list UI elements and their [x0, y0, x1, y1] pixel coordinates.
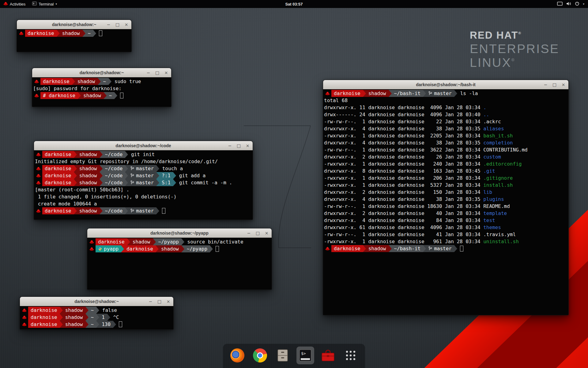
terminal-window-pyapp[interactable]: darknoise@shadow:~/pyapp − □ × darknoise…: [87, 228, 272, 290]
git-branch-icon: [130, 180, 134, 185]
terminal-cursor: [120, 93, 123, 98]
terminal-content[interactable]: darknoiseshadow~ sudo true[sudo] passwor…: [32, 77, 171, 107]
red-hat-icon: [324, 90, 331, 97]
clock[interactable]: Sat 03:57: [285, 2, 303, 6]
close-button[interactable]: ×: [124, 22, 129, 27]
window-titlebar[interactable]: darknoise@shadow:~/code − □ ×: [34, 141, 253, 151]
terminal-window-code[interactable]: darknoise@shadow:~/code − □ × darknoises…: [34, 141, 253, 220]
close-button[interactable]: ×: [166, 299, 171, 304]
prompt-segment-host: shadow: [77, 179, 100, 186]
powerline-separator-icon: [60, 314, 63, 321]
red-hat-icon: [21, 314, 28, 321]
terminal-text: uninstall.sh: [483, 238, 519, 245]
dock-item-toolbox[interactable]: [319, 347, 337, 364]
top-bar: Activities Terminal ▾ Sat 03:57 ▾: [0, 0, 588, 8]
terminal-window-sudo[interactable]: darknoise@shadow:~ − □ × darknoiseshadow…: [32, 68, 172, 107]
terminal-line: total 68: [324, 97, 568, 104]
window-title: darknoise@shadow:~/pyapp: [150, 231, 209, 236]
dock-item-firefox[interactable]: [228, 347, 246, 364]
maximize-button[interactable]: □: [255, 231, 260, 235]
close-button[interactable]: ×: [164, 71, 168, 75]
dock: $>: [223, 344, 365, 368]
powerline-separator-icon: [96, 307, 99, 314]
red-hat-logo-icon: [3, 2, 8, 6]
close-button[interactable]: ×: [245, 144, 250, 148]
powerline-separator-icon: [156, 179, 159, 186]
powerline-separator-icon: [389, 90, 392, 97]
maximize-button[interactable]: □: [155, 71, 160, 75]
terminal-line: darknoiseshadow~ false: [21, 307, 173, 314]
prompt-segment-host: shadow: [81, 92, 104, 99]
terminal-window-bash-it[interactable]: darknoise@shadow:~/bash-it − □ × darknoi…: [323, 80, 569, 315]
terminal-line: [master (root-commit) 50bcb63] .: [35, 186, 253, 193]
firefox-icon: [230, 348, 244, 362]
powerline-separator-icon: [74, 179, 77, 186]
minimize-button[interactable]: −: [148, 299, 153, 304]
system-status-menu[interactable]: ▾: [553, 0, 588, 8]
terminal-text: lib: [483, 189, 492, 196]
window-titlebar[interactable]: darknoise@shadow:~ − □ ×: [20, 297, 173, 306]
terminal-line: 1 file changed, 0 insertions(+), 0 delet…: [35, 193, 253, 200]
dock-item-apps[interactable]: [342, 347, 360, 364]
terminal-cursor: [216, 246, 219, 252]
prompt-segment-status: ?:1: [159, 172, 173, 179]
minimize-button[interactable]: −: [543, 82, 548, 87]
prompt-segment-path: ~: [101, 78, 109, 85]
terminal-line: -rwxrwxr-x. 1 darknoise darknoise 2205 J…: [324, 132, 568, 139]
minimize-button[interactable]: −: [146, 71, 151, 75]
minimize-button[interactable]: −: [247, 231, 251, 235]
terminal-text: README.md: [483, 203, 510, 210]
close-button[interactable]: ×: [561, 82, 566, 87]
powerline-separator-icon: [127, 238, 130, 245]
maximize-button[interactable]: □: [157, 299, 162, 304]
terminal-text: total 68: [324, 97, 348, 104]
maximize-button[interactable]: □: [236, 144, 241, 148]
window-title: darknoise@shadow:~: [74, 299, 119, 304]
terminal-text: aliases: [483, 125, 504, 132]
prompt-segment-git: master: [128, 179, 156, 186]
terminal-text: [master (root-commit) 50bcb63] .: [35, 186, 129, 193]
rhel-branding: RED HAT® ENTERPRISE LINUX®: [470, 30, 559, 69]
prompt-segment-path: ~/pyapp: [184, 245, 210, 252]
close-button[interactable]: ×: [264, 231, 269, 235]
terminal-line: darknoiseshadow~/bash-itmaster ls -la: [324, 90, 568, 97]
terminal-line: -rw-rw-r--. 1 darknoise darknoise 18630 …: [324, 203, 568, 210]
terminal-text: 1 file changed, 0 insertions(+), 0 delet…: [35, 193, 176, 200]
powerline-separator-icon: [74, 172, 77, 179]
window-titlebar[interactable]: darknoise@shadow:~ − □ ×: [17, 20, 131, 29]
dock-item-terminal[interactable]: $>: [296, 347, 314, 364]
window-titlebar[interactable]: darknoise@shadow:~/bash-it − □ ×: [323, 80, 568, 90]
red-hat-icon: [35, 172, 42, 179]
terminal-content[interactable]: darknoiseshadow~ falsedarknoiseshadow~1 …: [20, 306, 173, 329]
activities-button[interactable]: Activities: [0, 0, 29, 8]
terminal-window-home-1[interactable]: darknoise@shadow:~ − □ × darknoiseshadow…: [17, 20, 132, 52]
terminal-text: -rwxrwxr-x. 1 darknoise darknoise 2205 J…: [324, 132, 483, 139]
terminal-text: -rw-rw-r--. 1 darknoise darknoise 41 Jan…: [324, 231, 483, 238]
maximize-button[interactable]: □: [552, 82, 557, 87]
dock-item-files[interactable]: [274, 347, 292, 364]
powerline-separator-icon: [156, 165, 159, 172]
prompt-segment-host: shadow: [159, 245, 181, 252]
terminal-text: -rw-rw-r--. 1 darknoise darknoise 3622 J…: [324, 146, 483, 153]
maximize-button[interactable]: □: [115, 22, 120, 27]
terminal-window-home-2[interactable]: darknoise@shadow:~ − □ × darknoiseshadow…: [20, 297, 174, 330]
minimize-button[interactable]: −: [228, 144, 232, 148]
powerline-separator-icon: [454, 245, 457, 252]
terminal-content[interactable]: darknoiseshadow~/bash-itmaster ls -latot…: [323, 89, 568, 315]
python-icon: [98, 247, 102, 251]
window-titlebar[interactable]: darknoise@shadow:~ − □ ×: [32, 68, 171, 78]
terminal-content[interactable]: darknoiseshadow~/pyapp source bin/activa…: [87, 238, 272, 289]
powerline-separator-icon: [363, 90, 366, 97]
powerline-separator-icon: [389, 245, 392, 252]
terminal-content[interactable]: darknoiseshadow~: [17, 29, 131, 52]
dock-item-chrome[interactable]: [251, 347, 269, 364]
chevron-down-icon: ▾: [55, 2, 57, 6]
prompt-segment-git: master: [128, 172, 156, 179]
terminal-text: .gitignore: [483, 174, 513, 182]
window-titlebar[interactable]: darknoise@shadow:~/pyapp − □ ×: [87, 228, 272, 238]
powerline-separator-icon: [85, 307, 89, 314]
terminal-content[interactable]: darknoiseshadow~/code git initInitialize…: [34, 150, 253, 220]
powerline-separator-icon: [100, 207, 103, 214]
minimize-button[interactable]: −: [106, 22, 111, 27]
app-menu-terminal[interactable]: Terminal ▾: [29, 0, 60, 8]
